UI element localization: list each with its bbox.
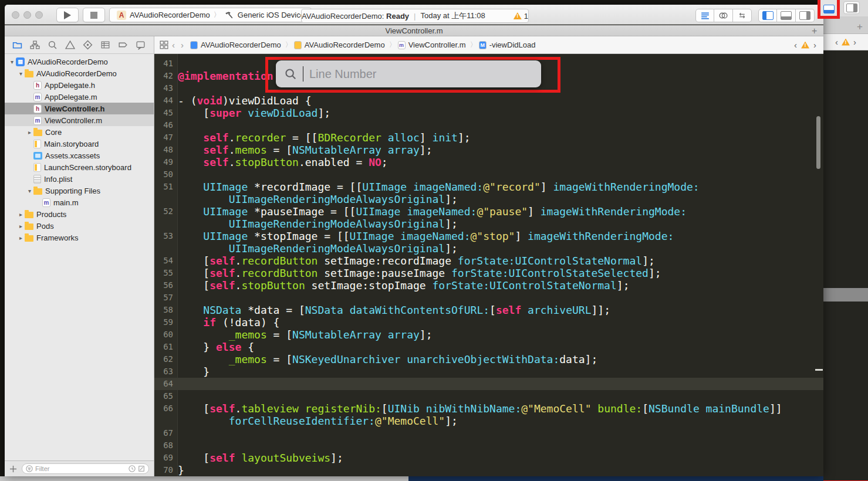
code-line-44[interactable]: 44- (void)viewDidLoad { bbox=[154, 94, 823, 107]
recents-icon[interactable] bbox=[129, 465, 136, 472]
close-window-button[interactable] bbox=[12, 11, 19, 19]
breadcrumb-item[interactable]: AVAudioRecorderDemo bbox=[294, 40, 385, 49]
warning-count[interactable]: 1 bbox=[524, 12, 528, 21]
code-line-62[interactable]: 62 _memos = [NSKeyedUnarchiver unarchive… bbox=[154, 353, 823, 365]
minimize-window-button[interactable] bbox=[23, 11, 31, 19]
stop-button[interactable] bbox=[83, 8, 105, 22]
source-editor[interactable]: 4142@implementation4344- (void)viewDidLo… bbox=[154, 54, 823, 476]
sidebar-item-supporting-files[interactable]: ▾Supporting Files bbox=[5, 185, 154, 197]
run-button[interactable] bbox=[56, 8, 79, 22]
code-line-52[interactable]: 52 UIImage *pauseImage = [[UIImage image… bbox=[154, 205, 823, 218]
project-navigator-icon[interactable] bbox=[12, 40, 22, 50]
disclosure-triangle[interactable]: ▸ bbox=[17, 211, 25, 218]
code-line-59[interactable]: 59 if (!data) { bbox=[154, 316, 823, 328]
previous-issue-button[interactable]: ‹ bbox=[794, 40, 797, 50]
symbol-navigator-icon[interactable] bbox=[30, 40, 40, 50]
standard-editor-button[interactable] bbox=[695, 9, 714, 22]
code-line-46[interactable]: 46 bbox=[154, 119, 823, 131]
sidebar-item-launchscreen-storyboard[interactable]: LaunchScreen.storyboard bbox=[5, 161, 154, 173]
tab-viewcontroller[interactable]: ViewController.m bbox=[5, 26, 823, 35]
sidebar-item-pods[interactable]: ▸Pods bbox=[5, 220, 154, 232]
disclosure-triangle[interactable]: ▸ bbox=[17, 235, 25, 241]
code-line-56[interactable]: 56 [self.stopButton setImage:stopImage f… bbox=[154, 279, 823, 292]
code-line-60[interactable]: 60 _memos = [NSMutableArray array]; bbox=[154, 328, 823, 341]
chevron-left-icon[interactable]: ‹ bbox=[835, 37, 838, 47]
disclosure-triangle[interactable]: ▸ bbox=[26, 129, 33, 136]
code-line-54[interactable]: 54 [self.recordButton setImage:recordIma… bbox=[154, 255, 823, 267]
breadcrumb-item[interactable]: mViewController.m bbox=[398, 40, 466, 49]
search-navigator-icon[interactable] bbox=[48, 40, 58, 50]
sidebar-item-products[interactable]: ▸Products bbox=[5, 208, 154, 220]
code-line-wrap[interactable]: UIImageRenderingModeAlwaysOriginal]; bbox=[154, 193, 823, 205]
related-items-icon[interactable] bbox=[159, 40, 169, 50]
sidebar-item-assets-xcassets[interactable]: Assets.xcassets bbox=[5, 150, 154, 161]
sidebar-item-avaudiorecorderdemo[interactable]: ▾▤AVAudioRecorderDemo bbox=[5, 56, 154, 67]
next-issue-button[interactable]: › bbox=[813, 40, 816, 50]
warning-icon[interactable] bbox=[514, 12, 522, 19]
code-line-49[interactable]: 49 self.stopButton.enabled = NO; bbox=[154, 156, 823, 168]
sidebar-item-info-plist[interactable]: Info.plist bbox=[5, 173, 154, 185]
warning-icon[interactable] bbox=[842, 39, 850, 46]
report-navigator-icon[interactable] bbox=[136, 40, 146, 50]
code-line-48[interactable]: 48 self.memos = [NSMutableArray array]; bbox=[154, 144, 823, 156]
breadcrumb-item[interactable]: AVAudioRecorderDemo bbox=[190, 40, 281, 49]
inspector-panel-toggle[interactable] bbox=[796, 9, 815, 22]
sidebar-item-appdelegate-h[interactable]: hAppDelegate.h bbox=[5, 79, 154, 91]
disclosure-triangle[interactable]: ▾ bbox=[26, 188, 33, 194]
code-line-70[interactable]: 70} bbox=[154, 464, 823, 476]
assistant-editor-button[interactable] bbox=[714, 9, 733, 22]
debug-panel-toggle[interactable] bbox=[777, 9, 796, 22]
code-line-58[interactable]: 58 NSData *data = [NSData dataWithConten… bbox=[154, 304, 823, 316]
code-line-47[interactable]: 47 self.recorder = [[BDRecorder alloc] i… bbox=[154, 131, 823, 144]
disclosure-triangle[interactable]: ▾ bbox=[17, 70, 25, 77]
sidebar-item-frameworks[interactable]: ▸Frameworks bbox=[5, 232, 154, 243]
code-line-61[interactable]: 61 } else { bbox=[154, 341, 823, 353]
breadcrumb-item[interactable]: M-viewDidLoad bbox=[479, 40, 536, 49]
code-line-wrap[interactable]: forCellReuseIdentifier:@"MemoCell"]; bbox=[154, 415, 823, 427]
code-line-68[interactable]: 68 bbox=[154, 439, 823, 452]
code-line-45[interactable]: 45 [super viewDidLoad]; bbox=[154, 107, 823, 119]
code-line-66[interactable]: 66 [self.tableview registerNib:[UINib ni… bbox=[154, 402, 823, 415]
code-line-69[interactable]: 69 [self layoutSubveiws]; bbox=[154, 452, 823, 464]
code-line-65[interactable]: 65 bbox=[154, 390, 823, 402]
filter-field[interactable]: Filter bbox=[22, 463, 149, 474]
disclosure-triangle[interactable]: ▾ bbox=[8, 59, 16, 65]
issue-navigator-icon[interactable] bbox=[65, 40, 75, 50]
zoom-window-button[interactable] bbox=[35, 11, 43, 19]
breakpoint-navigator-icon[interactable] bbox=[118, 40, 128, 50]
code-line-50[interactable]: 50 bbox=[154, 168, 823, 181]
scm-status-icon[interactable] bbox=[138, 465, 145, 472]
sidebar-item-core[interactable]: ▸Core bbox=[5, 126, 154, 138]
code-line-wrap[interactable]: UIImageRenderingModeAlwaysOriginal]; bbox=[154, 242, 823, 255]
warning-icon[interactable] bbox=[801, 42, 809, 49]
disclosure-triangle[interactable]: ▸ bbox=[17, 223, 25, 229]
sidebar-item-viewcontroller-m[interactable]: mViewController.m bbox=[5, 114, 154, 126]
code-line-63[interactable]: 63 } bbox=[154, 365, 823, 378]
debug-area-toggle-icon[interactable] bbox=[823, 5, 835, 13]
line-number-field[interactable]: Line Number bbox=[276, 60, 541, 87]
code-line-64[interactable]: 64 bbox=[154, 378, 823, 390]
scrollbar-thumb[interactable] bbox=[816, 116, 820, 169]
sidebar-item-appdelegate-m[interactable]: mAppDelegate.m bbox=[5, 91, 154, 103]
chevron-right-icon[interactable]: › bbox=[853, 37, 856, 47]
scheme-selector[interactable]: A AVAudioRecorderDemo 〉 Generic iOS Devi… bbox=[109, 8, 312, 22]
code-line-57[interactable]: 57 bbox=[154, 292, 823, 304]
navigator-panel-toggle[interactable] bbox=[758, 9, 777, 22]
version-editor-button[interactable] bbox=[733, 9, 752, 22]
sidebar-item-avaudiorecorderdemo[interactable]: ▾AVAudioRecorderDemo bbox=[5, 67, 154, 79]
code-line-wrap[interactable]: UIImageRenderingModeAlwaysOriginal]; bbox=[154, 218, 823, 230]
code-line-67[interactable]: 67 bbox=[154, 427, 823, 439]
code-line-53[interactable]: 53 UIImage *stopImage = [[UIImage imageN… bbox=[154, 230, 823, 242]
add-file-button[interactable] bbox=[9, 465, 17, 473]
test-navigator-icon[interactable] bbox=[83, 40, 93, 50]
sidebar-item-main-m[interactable]: mmain.m bbox=[5, 197, 154, 208]
sidebar-item-viewcontroller-h[interactable]: hViewController.h bbox=[5, 103, 154, 114]
sidebar-item-main-storyboard[interactable]: Main.storyboard bbox=[5, 138, 154, 150]
debug-navigator-icon[interactable] bbox=[100, 40, 110, 50]
code-line-51[interactable]: 51 UIImage *recordImage = [[UIImage imag… bbox=[154, 181, 823, 193]
code-line-55[interactable]: 55 [self.recordButton setImage:pauseImag… bbox=[154, 267, 823, 279]
add-tab-button[interactable]: + bbox=[812, 26, 817, 36]
right-panel-toggle-background-window[interactable] bbox=[843, 1, 860, 14]
forward-button[interactable]: › bbox=[178, 40, 187, 50]
add-tab-background-window[interactable]: + bbox=[857, 21, 863, 33]
